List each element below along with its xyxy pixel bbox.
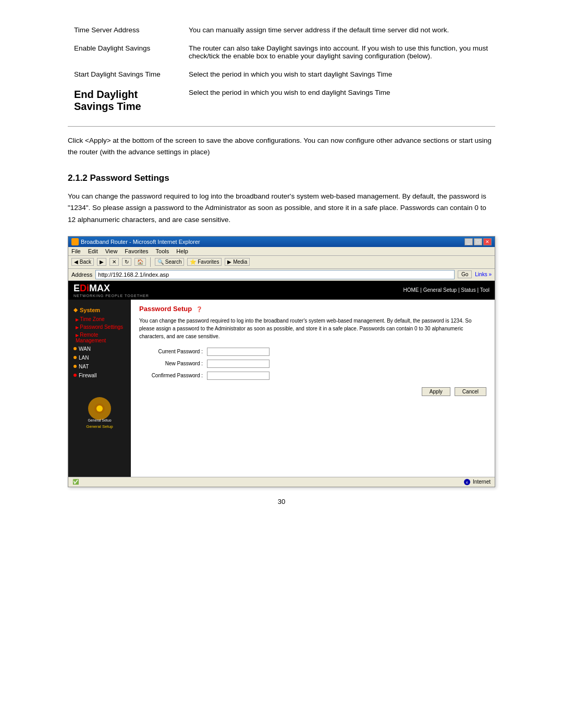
maximize-button[interactable]: □ (474, 238, 482, 245)
address-input[interactable] (95, 270, 455, 279)
table-row: Time Server AddressYou can manually assi… (68, 21, 495, 39)
confirm-password-input[interactable] (207, 372, 270, 380)
close-button[interactable]: ✕ (483, 238, 492, 245)
browser-title: Broadband Router - Microsoft Internet Ex… (81, 239, 200, 245)
sidebar-system-title: ◆ System (68, 305, 131, 315)
sidebar-item-firewall[interactable]: Firewall (68, 371, 131, 380)
wan-dot (74, 347, 77, 350)
table-row: Enable Daylight SavingsThe router can al… (68, 39, 495, 65)
password-setup-title-text: Password Setup (139, 305, 192, 313)
refresh-button[interactable]: ↻ (122, 258, 131, 266)
browser-titlebar: Broadband Router - Microsoft Internet Ex… (68, 237, 495, 247)
menu-help[interactable]: Help (176, 248, 188, 254)
search-button[interactable]: 🔍 Search (155, 258, 184, 266)
home-button[interactable]: 🏠 (134, 258, 146, 266)
form-buttons: Apply Cancel (139, 387, 486, 396)
back-button[interactable]: ◀ Back (71, 258, 94, 266)
table-desc-col: You can manually assign time server addr… (182, 21, 495, 39)
sidebar-item-lan[interactable]: LAN (68, 353, 131, 362)
status-ready: ✅ (72, 479, 79, 485)
browser-window: Broadband Router - Microsoft Internet Ex… (68, 236, 495, 487)
sidebar-lan-label: LAN (79, 355, 89, 361)
go-button[interactable]: Go (458, 270, 472, 278)
browser-addressbar: Address Go Links » (68, 269, 495, 281)
logo-max: MAX (89, 283, 110, 293)
browser-toolbar: ◀ Back ▶ ✕ ↻ 🏠 🔍 Search ⭐ Favorites ▶ Me… (68, 256, 495, 269)
table-label-col: End Daylight Savings Time (68, 83, 182, 118)
menu-tools[interactable]: Tools (156, 248, 169, 254)
new-password-input[interactable] (207, 360, 270, 368)
sidebar-footer-label: General Setup (74, 424, 126, 429)
section-body: You can change the password required to … (68, 191, 495, 226)
apply-note: Click <Apply> at the bottom of the scree… (68, 135, 495, 157)
table-desc-col: Select the period in which you wish to s… (182, 65, 495, 83)
sidebar-logo-area: General Setup General Setup (68, 390, 131, 434)
help-icon[interactable]: ❓ (196, 306, 202, 312)
page-number: 30 (68, 498, 495, 505)
internet-icon: e (463, 478, 471, 486)
menu-edit[interactable]: Edit (88, 248, 98, 254)
favorites-button[interactable]: ⭐ Favorites (187, 258, 222, 266)
minimize-button[interactable]: _ (464, 238, 473, 245)
internet-label: Internet (473, 479, 491, 485)
forward-button[interactable]: ▶ (97, 258, 106, 266)
gear-icon: General Setup (87, 396, 113, 422)
sidebar-nat-label: NAT (79, 364, 89, 369)
browser-statusbar: ✅ e Internet (68, 477, 495, 487)
status-internet: e Internet (463, 478, 491, 486)
table-row: Start Daylight Savings TimeSelect the pe… (68, 65, 495, 83)
sidebar-firewall-label: Firewall (79, 373, 96, 378)
browser-titlebar-left: Broadband Router - Microsoft Internet Ex… (71, 238, 200, 245)
links-button[interactable]: Links » (475, 272, 492, 277)
table-desc-col: The router can also take Daylight saving… (182, 39, 495, 65)
sidebar-link-remote[interactable]: Remote Management (68, 331, 131, 344)
nat-dot (74, 365, 77, 368)
sidebar-item-nat[interactable]: NAT (68, 362, 131, 371)
sidebar-system-bullet: ◆ (74, 307, 78, 313)
router-content: ◆ System Time Zone Password Settings Rem… (68, 300, 495, 477)
section-divider (68, 126, 495, 127)
current-password-input[interactable] (207, 348, 270, 356)
menu-view[interactable]: View (105, 248, 118, 254)
password-setup-title: Password Setup ❓ (139, 305, 486, 313)
page-container: Time Server AddressYou can manually assi… (57, 0, 506, 526)
edimax-logo: EDiMAX (74, 283, 149, 294)
edimax-sub: NETWORKING PEOPLE TOGETHER (74, 294, 149, 298)
menu-file[interactable]: File (71, 248, 81, 254)
current-password-label: Current Password : (139, 349, 207, 354)
logo-e: E (74, 283, 80, 293)
form-row-confirm: Confirmed Password : (139, 372, 486, 380)
firewall-dot (74, 374, 77, 377)
sidebar-wan-label: WAN (79, 346, 91, 352)
table-label-col: Time Server Address (68, 21, 182, 39)
table-row: End Daylight Savings TimeSelect the peri… (68, 83, 495, 118)
menu-favorites[interactable]: Favorites (125, 248, 148, 254)
sidebar-link-password[interactable]: Password Settings (68, 323, 131, 331)
svg-text:General Setup: General Setup (88, 418, 111, 422)
cancel-button[interactable]: Cancel (455, 387, 486, 396)
table-desc-col: Select the period in which you wish to e… (182, 83, 495, 118)
section-heading: 2.1.2 Password Settings (68, 173, 495, 183)
sidebar-link-timezone[interactable]: Time Zone (68, 315, 131, 323)
password-setup-desc: You can change the password required to … (139, 317, 486, 340)
sidebar-item-wan[interactable]: WAN (68, 344, 131, 353)
table-label-col: Start Daylight Savings Time (68, 65, 182, 83)
svg-text:e: e (466, 480, 468, 484)
table-label-col: Enable Daylight Savings (68, 39, 182, 65)
toolbar-separator (150, 257, 151, 267)
form-row-current: Current Password : (139, 348, 486, 356)
form-row-new: New Password : (139, 360, 486, 368)
media-button[interactable]: ▶ Media (225, 258, 250, 266)
edimax-logo-area: EDiMAX NETWORKING PEOPLE TOGETHER (74, 283, 149, 298)
browser-win-controls: _ □ ✕ (464, 238, 492, 245)
router-topbar: EDiMAX NETWORKING PEOPLE TOGETHER HOME |… (68, 281, 495, 300)
browser-menubar: File Edit View Favorites Tools Help (68, 247, 495, 256)
info-table: Time Server AddressYou can manually assi… (68, 21, 495, 118)
apply-button[interactable]: Apply (422, 387, 450, 396)
router-main: Password Setup ❓ You can change the pass… (131, 300, 495, 477)
address-label: Address (71, 272, 92, 278)
router-nav-links: HOME | General Setup | Status | Tool (403, 287, 489, 293)
browser-icon (71, 238, 79, 245)
stop-button[interactable]: ✕ (109, 258, 119, 266)
router-sidebar: ◆ System Time Zone Password Settings Rem… (68, 300, 131, 477)
